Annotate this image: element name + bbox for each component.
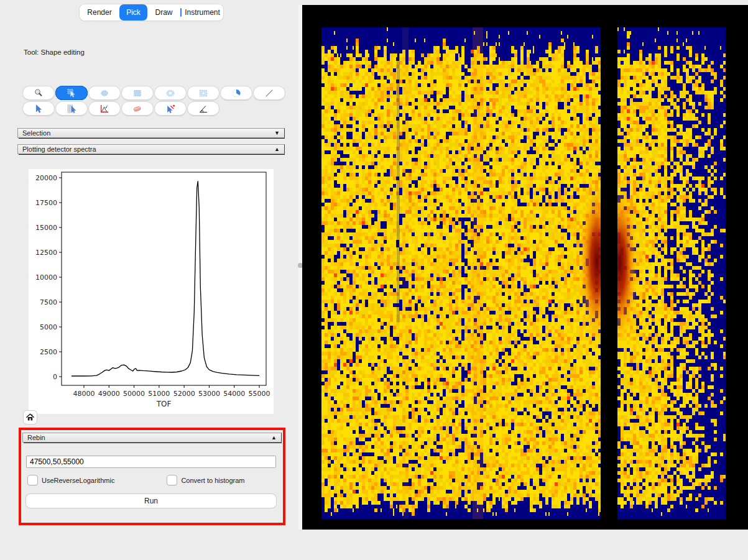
draw-elliptical-ring-tool-button[interactable] <box>154 86 187 100</box>
svg-text:0: 0 <box>53 373 57 381</box>
align-peak-tool-button[interactable] <box>187 101 219 116</box>
spectrum-plot: 0250050007500100001250015000175002000048… <box>29 169 274 414</box>
convert-histogram-checkbox[interactable] <box>167 475 177 485</box>
svg-text:20000: 20000 <box>35 174 57 182</box>
draw-ellipse-tool-button[interactable] <box>88 86 121 100</box>
erase-peak-icon <box>132 103 143 114</box>
plot-home-button[interactable] <box>24 411 37 424</box>
rectangle-icon <box>132 88 143 99</box>
add-peak-icon <box>99 103 110 114</box>
rebin-section-label: Rebin <box>27 434 45 441</box>
collapse-arrow-icon: ▲ <box>274 147 280 152</box>
rebin-checkbox-row: UseReverseLogarithmic Convert to histogr… <box>27 475 276 485</box>
tab-instrument[interactable]: Instrument <box>182 4 223 21</box>
svg-text:52000: 52000 <box>173 390 195 398</box>
add-peak-tool-button[interactable] <box>88 101 121 116</box>
draw-rectangle-tool-button[interactable] <box>121 86 154 100</box>
rebin-section-header[interactable]: Rebin ▲ <box>22 433 282 443</box>
svg-text:2500: 2500 <box>40 348 57 356</box>
svg-text:10000: 10000 <box>35 273 57 282</box>
tab-render[interactable]: Render <box>80 4 119 21</box>
draw-sector-tool-button[interactable] <box>220 86 252 100</box>
svg-text:49000: 49000 <box>98 390 120 398</box>
plotting-section-header[interactable]: Plotting detector spectra ▲ <box>17 144 285 154</box>
pick-pixel-icon <box>33 103 44 114</box>
compare-peak-tool-button[interactable] <box>154 101 187 116</box>
svg-text:48000: 48000 <box>73 390 95 398</box>
rectangular-ring-icon <box>198 88 209 99</box>
free-line-icon <box>264 88 275 99</box>
selection-section-header[interactable]: Selection ▼ <box>17 128 285 138</box>
tab-pick[interactable]: Pick <box>119 4 147 21</box>
ellipse-icon <box>99 88 110 99</box>
rebin-highlight-box: Rebin ▲ UseReverseLogarithmic Convert to… <box>19 428 285 525</box>
svg-text:50000: 50000 <box>123 390 145 398</box>
spectrum-plot-svg: 0250050007500100001250015000175002000048… <box>29 169 274 414</box>
tab-draw[interactable]: Draw <box>147 4 180 21</box>
svg-text:17500: 17500 <box>35 199 57 207</box>
home-icon <box>25 413 35 422</box>
svg-text:12500: 12500 <box>35 249 57 257</box>
erase-peak-tool-button[interactable] <box>121 101 154 116</box>
view-tabbar: Render Pick Draw Instrument <box>80 4 223 21</box>
pick-tube-tool-button[interactable] <box>55 101 88 116</box>
pick-tube-icon <box>66 103 77 114</box>
collapse-arrow-icon: ▲ <box>271 435 277 441</box>
edit-shape-tool-button[interactable] <box>55 86 88 100</box>
convert-histogram-label: Convert to histogram <box>181 477 244 484</box>
draw-free-line-tool-button[interactable] <box>253 86 285 100</box>
svg-text:54000: 54000 <box>223 390 245 398</box>
svg-text:5000: 5000 <box>40 323 57 331</box>
pick-pixel-tool-button[interactable] <box>22 101 55 116</box>
run-button[interactable]: Run <box>26 494 276 508</box>
convert-histogram-option: Convert to histogram <box>167 475 244 485</box>
tool-row-1 <box>22 86 285 100</box>
sector-icon <box>231 88 242 99</box>
zoom-icon <box>33 88 44 99</box>
rebin-params-input[interactable] <box>26 456 276 468</box>
zoom-tool-button[interactable] <box>22 86 55 100</box>
svg-text:15000: 15000 <box>35 224 57 232</box>
svg-text:53000: 53000 <box>198 390 220 398</box>
reverse-logarithmic-option: UseReverseLogarithmic <box>27 475 114 485</box>
reverse-logarithmic-checkbox[interactable] <box>27 475 38 485</box>
tool-row-2 <box>22 101 219 116</box>
align-peak-icon <box>198 103 209 114</box>
tof-footer: Time-of-flight Reset <box>0 531 748 560</box>
compare-peak-icon <box>165 103 176 114</box>
svg-text:51000: 51000 <box>148 390 170 398</box>
selection-section-label: Selection <box>22 129 50 137</box>
tool-status-text: Tool: Shape editing <box>24 48 85 56</box>
svg-text:55000: 55000 <box>249 390 270 398</box>
plotting-section-label: Plotting detector spectra <box>22 145 96 153</box>
collapse-arrow-icon: ▼ <box>274 131 280 136</box>
instrument-viewport <box>302 5 748 530</box>
svg-text:TOF: TOF <box>156 400 172 408</box>
elliptical-ring-icon <box>165 88 176 99</box>
detector-canvas[interactable] <box>302 5 748 530</box>
svg-text:7500: 7500 <box>40 298 57 306</box>
reverse-logarithmic-label: UseReverseLogarithmic <box>42 477 114 484</box>
edit-shape-icon <box>66 88 77 99</box>
draw-rectangular-ring-tool-button[interactable] <box>187 86 219 100</box>
